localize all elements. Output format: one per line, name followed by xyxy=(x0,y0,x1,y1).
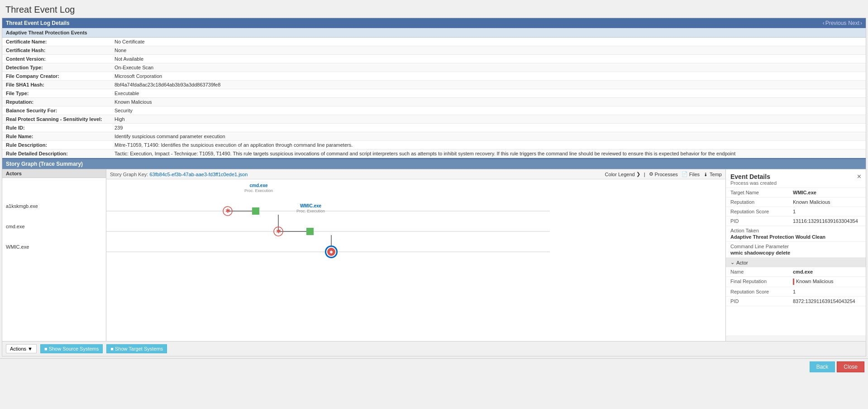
story-graph-header: Story Graph (Trace Summary) xyxy=(2,159,866,169)
table-row: Detection Type:On-Execute Scan xyxy=(2,63,866,72)
files-label: Files xyxy=(689,172,700,177)
section-header-label: Threat Event Log Details xyxy=(6,20,70,26)
actors-panel-header: Actors xyxy=(2,169,106,178)
field-value: Security xyxy=(111,106,866,115)
story-graph-body: Actors a1kskmgb.exe cmd.exe WMIC.exe Sto… xyxy=(2,169,866,341)
event-details-title: Event Details xyxy=(730,173,777,180)
field-value: Identify suspicious command parameter ex… xyxy=(111,132,866,141)
field-label: Rule Name: xyxy=(2,132,111,141)
wmic-process-node[interactable] xyxy=(306,228,314,235)
field-value: High xyxy=(111,115,866,124)
field-label: Rule Description: xyxy=(2,141,111,149)
table-row: Certificate Name:No Certificate xyxy=(2,38,866,46)
field-label: Real Protect Scanning - Sensitivity leve… xyxy=(2,115,111,124)
field-value: Not Available xyxy=(111,55,866,63)
actions-button[interactable]: Actions ▼ xyxy=(6,344,37,353)
a1kskmgb-gear-node[interactable]: ✱ xyxy=(223,206,233,216)
field-value: Known Malicious xyxy=(111,98,866,106)
table-row: Real Protect Scanning - Sensitivity leve… xyxy=(2,115,866,124)
toolbar-right: Color Legend ❯ | ⚙ Processes 📄 Files xyxy=(605,171,722,177)
subsection-label: Adaptive Threat Protection Events xyxy=(6,30,87,35)
field-label: Rule ID: xyxy=(2,124,111,132)
color-legend-btn[interactable]: Color Legend ❯ xyxy=(605,171,640,177)
event-detail-reputation: Reputation Known Malicious xyxy=(726,197,866,207)
field-label: Reputation: xyxy=(2,98,111,106)
gear-processes-icon: ⚙ xyxy=(649,171,653,177)
show-source-label: Show Source Systems xyxy=(49,346,99,351)
nav-buttons: ‹ Previous Next › xyxy=(823,20,862,26)
story-graph-section: Story Graph (Trace Summary) Actors a1ksk… xyxy=(2,158,866,341)
cmd-gear-node[interactable]: ✱ xyxy=(273,226,283,236)
temp-label: Temp xyxy=(710,172,722,177)
table-row: Balance Security For:Security xyxy=(2,106,866,115)
field-label: Detection Type: xyxy=(2,63,111,72)
actors-label: Actors xyxy=(6,171,22,176)
detail-table: Certificate Name:No CertificateCertifica… xyxy=(2,38,866,158)
table-row: File Company Creator:Microsoft Corporati… xyxy=(2,72,866,81)
event-details-close-btn[interactable]: × xyxy=(857,173,861,180)
table-row: Rule ID:239 xyxy=(2,124,866,132)
show-target-button[interactable]: ■ Show Target Systems xyxy=(106,344,167,353)
field-label: Balance Security For: xyxy=(2,106,111,115)
subsection-header: Adaptive Threat Protection Events xyxy=(2,28,866,38)
section-header: Threat Event Log Details ‹ Previous Next… xyxy=(2,18,866,28)
next-label: Next xyxy=(848,20,859,26)
field-value: 239 xyxy=(111,124,866,132)
files-btn[interactable]: 📄 Files xyxy=(682,171,700,177)
actions-label: Actions xyxy=(10,346,26,351)
show-source-button[interactable]: ■ Show Source Systems xyxy=(40,344,103,353)
story-graph-label: Story Graph (Trace Summary) xyxy=(6,161,83,167)
field-label: File SHA1 Hash: xyxy=(2,81,111,89)
field-value: None xyxy=(111,46,866,55)
page-title: Threat Event Log xyxy=(0,0,868,18)
field-value: No Certificate xyxy=(111,38,866,46)
source-icon: ■ xyxy=(44,346,48,351)
actor-name-row: Name cmd.exe xyxy=(726,267,866,277)
table-row: File SHA1 Hash:8bf4a74fda8ac23c18d64ab3b… xyxy=(2,81,866,89)
actor-section-label: Actor xyxy=(736,260,748,265)
cmd-process-node[interactable] xyxy=(252,207,259,215)
cmd-node-label: cmd.exe Proc. Execution xyxy=(244,183,273,193)
field-label: Certificate Name: xyxy=(2,38,111,46)
prev-button[interactable]: ‹ Previous xyxy=(823,20,847,26)
event-details-panel: Event Details Process was created × Targ… xyxy=(725,169,866,341)
event-detail-cmdline: Command Line Parameter wmic shadowcopy d… xyxy=(726,242,866,258)
actors-panel: Actors a1kskmgb.exe cmd.exe WMIC.exe xyxy=(2,169,106,341)
actor-section-header[interactable]: ⌄ Actor xyxy=(726,258,866,267)
field-label: Content Version: xyxy=(2,55,111,63)
prev-chevron-icon: ‹ xyxy=(823,20,825,26)
graph-canvas[interactable]: cmd.exe Proc. Execution ✱ WMIC. xyxy=(106,179,725,337)
file-icon: 📄 xyxy=(682,171,688,177)
field-value: Executable xyxy=(111,89,866,98)
color-legend-label: Color Legend xyxy=(605,172,635,177)
event-detail-rep-score: Reputation Score 1 xyxy=(726,207,866,217)
actor-rep-score-row: Reputation Score 1 xyxy=(726,287,866,297)
story-key-value: 63fb84c5-ef3b-47ab-aae3-fd3ff1c0ede1.jso… xyxy=(149,172,248,177)
target-icon: ■ xyxy=(110,346,114,351)
back-button[interactable]: Back xyxy=(810,361,835,372)
threat-inner: ✱ xyxy=(327,248,335,256)
temp-icon: 🌡 xyxy=(703,172,708,177)
field-value: On-Execute Scan xyxy=(111,63,866,72)
next-chevron-icon: › xyxy=(860,20,862,26)
field-label: File Type: xyxy=(2,89,111,98)
svg-text:✱: ✱ xyxy=(276,228,281,235)
wmic-threat-node[interactable]: ✱ xyxy=(325,245,338,258)
table-row: Rule Name:Identify suspicious command pa… xyxy=(2,132,866,141)
field-value: Tactic: Execution, Impact - Technique: T… xyxy=(111,149,866,158)
actions-chevron-icon: ▼ xyxy=(28,346,33,351)
wmic-node-label: WMIC.exe Proc. Execution xyxy=(296,203,325,213)
field-value: Microsoft Corporation xyxy=(111,72,866,81)
close-button[interactable]: Close xyxy=(837,361,864,372)
next-button[interactable]: Next › xyxy=(848,20,862,26)
field-label: Rule Detailed Description: xyxy=(2,149,111,158)
main-content: Threat Event Log Details ‹ Previous Next… xyxy=(2,18,866,356)
table-row: Rule Detailed Description:Tactic: Execut… xyxy=(2,149,866,158)
graph-canvas-area: Story Graph Key: 63fb84c5-ef3b-47ab-aae3… xyxy=(106,169,725,341)
temp-btn[interactable]: 🌡 Temp xyxy=(703,172,722,177)
processes-btn[interactable]: ⚙ Processes xyxy=(649,171,678,177)
main-footer: Back Close xyxy=(0,358,868,375)
actor-final-rep-row: Final Reputation Known Malicious xyxy=(726,277,866,287)
event-details-header: Event Details Process was created × xyxy=(726,169,866,188)
actor-wmic: WMIC.exe xyxy=(2,241,33,252)
